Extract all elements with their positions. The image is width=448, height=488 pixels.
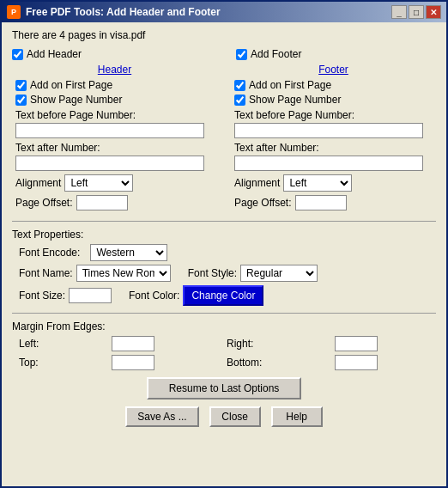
footer-show-page-number-checkbox[interactable] (234, 95, 245, 106)
footer-text-after-input[interactable]: of 4. (234, 156, 423, 171)
header-page-offset-label: Page Offset: (15, 197, 73, 209)
main-checkboxes-row: Add Header Add Footer (12, 48, 436, 60)
resume-button[interactable]: Resume to Last Options (147, 377, 301, 400)
window-title: Free PDF Tools: Add Header and Footer (26, 6, 221, 18)
font-size-input[interactable]: 12.0 (69, 288, 112, 303)
footer-text-before-label: Text before Page Number: (234, 109, 436, 121)
footer-add-first-page-label[interactable]: Add on First Page (234, 79, 436, 91)
minimize-button[interactable]: _ (391, 5, 407, 19)
header-footer-columns: Header Add on First Page Show Page Numbe… (12, 64, 436, 214)
header-text-before-label: Text before Page Number: (15, 109, 217, 121)
header-add-first-page-label[interactable]: Add on First Page (15, 79, 217, 91)
margin-bottom-input[interactable]: 0.5 " (335, 355, 378, 370)
footer-add-first-page-checkbox[interactable] (234, 80, 245, 91)
dialog-content: There are 4 pages in visa.pdf Add Header… (2, 22, 446, 436)
main-window: P Free PDF Tools: Add Header and Footer … (0, 0, 448, 488)
add-header-checkbox-label[interactable]: Add Header (12, 48, 82, 60)
footer-column: Footer Add on First Page Show Page Numbe… (231, 64, 436, 214)
change-color-button[interactable]: Change Color (183, 285, 263, 306)
title-bar-left: P Free PDF Tools: Add Header and Footer (7, 5, 221, 19)
bottom-buttons: Save As ... Close Help (12, 406, 436, 427)
header-page-offset-input[interactable]: 0 (76, 195, 128, 210)
header-alignment-select[interactable]: Left Center Right (64, 174, 133, 192)
header-add-first-page-text: Add on First Page (30, 79, 112, 91)
font-name-select[interactable]: Times New Roman Arial Courier New Helvet… (76, 265, 171, 282)
header-alignment-label: Alignment (15, 177, 61, 189)
margin-left-input[interactable]: 0.5 " (112, 336, 154, 351)
add-footer-label: Add Footer (251, 48, 301, 60)
margin-right-input[interactable]: 0.5 " (335, 336, 378, 351)
header-show-page-number-text: Show Page Number (30, 94, 122, 106)
font-encode-select[interactable]: Western Unicode (90, 244, 167, 261)
font-color-label: Font Color: (129, 290, 179, 302)
footer-alignment-label: Alignment (234, 177, 280, 189)
footer-alignment-row: Alignment Left Center Right (234, 174, 436, 192)
save-as-button[interactable]: Save As ... (125, 406, 198, 427)
font-name-style-row: Font Name: Times New Roman Arial Courier… (19, 265, 436, 282)
help-button[interactable]: Help (271, 406, 323, 427)
font-style-group: Font Style: Regular Bold Italic Bold Ita… (188, 265, 318, 282)
close-window-button[interactable]: ✕ (426, 5, 441, 19)
font-encode-row: Font Encode: Western Unicode (19, 244, 436, 261)
header-add-first-page-checkbox[interactable] (15, 80, 27, 91)
header-page-offset-row: Page Offset: 0 (15, 195, 217, 210)
header-show-page-number-checkbox[interactable] (15, 95, 27, 106)
font-name-group: Font Name: Times New Roman Arial Courier… (19, 265, 171, 282)
resume-button-row: Resume to Last Options (12, 377, 436, 400)
margin-grid: Left: 0.5 " Right: 0.5 " Top: 0.5 " Bott… (19, 336, 436, 370)
header-section-title: Header (12, 64, 217, 76)
font-size-group: Font Size: 12.0 (19, 288, 112, 303)
margin-top-input[interactable]: 0.5 " (112, 355, 154, 370)
info-text: There are 4 pages in visa.pdf (12, 29, 436, 41)
margin-bottom-label: Bottom: (227, 357, 321, 369)
header-text-after-input[interactable]: of 4. (15, 156, 204, 171)
font-name-label: Font Name: (19, 267, 73, 279)
text-props-label: Text Properties: (12, 229, 436, 241)
margin-top-label: Top: (19, 357, 98, 369)
title-bar: P Free PDF Tools: Add Header and Footer … (2, 2, 446, 22)
add-header-checkbox[interactable] (12, 49, 23, 60)
margin-right-label: Right: (227, 338, 321, 350)
margin-label: Margin From Edges: (12, 320, 436, 332)
font-encode-label: Font Encode: (19, 247, 80, 259)
add-footer-checkbox-label[interactable]: Add Footer (236, 48, 301, 60)
footer-page-offset-row: Page Offset: 0 (234, 195, 436, 210)
footer-text-before-input[interactable]: Footer Page (234, 123, 423, 138)
add-header-label: Add Header (27, 48, 82, 60)
app-icon: P (7, 5, 21, 19)
footer-show-page-number-label[interactable]: Show Page Number (234, 94, 436, 106)
close-button[interactable]: Close (209, 406, 261, 427)
font-size-label: Font Size: (19, 290, 65, 302)
maximize-button[interactable]: □ (409, 5, 424, 19)
footer-add-first-page-text: Add on First Page (249, 79, 331, 91)
divider-2 (12, 313, 436, 314)
font-size-color-row: Font Size: 12.0 Font Color: Change Color (19, 285, 436, 306)
font-color-group: Font Color: Change Color (129, 285, 263, 306)
footer-section-title: Footer (231, 64, 436, 76)
header-text-after-label: Text after Number: (15, 142, 217, 154)
divider-1 (12, 221, 436, 222)
footer-page-offset-label: Page Offset: (234, 197, 292, 209)
footer-alignment-select[interactable]: Left Center Right (283, 174, 352, 192)
header-show-page-number-label[interactable]: Show Page Number (15, 94, 217, 106)
add-footer-checkbox[interactable] (236, 49, 247, 60)
header-column: Header Add on First Page Show Page Numbe… (12, 64, 217, 214)
title-controls: _ □ ✕ (391, 5, 441, 19)
header-text-before-input[interactable]: Header Page (15, 123, 204, 138)
header-alignment-row: Alignment Left Center Right (15, 174, 217, 192)
footer-show-page-number-text: Show Page Number (249, 94, 341, 106)
footer-text-after-label: Text after Number: (234, 142, 436, 154)
font-style-label: Font Style: (188, 267, 237, 279)
font-style-select[interactable]: Regular Bold Italic Bold Italic (240, 265, 318, 282)
footer-page-offset-input[interactable]: 0 (295, 195, 347, 210)
margin-left-label: Left: (19, 338, 98, 350)
